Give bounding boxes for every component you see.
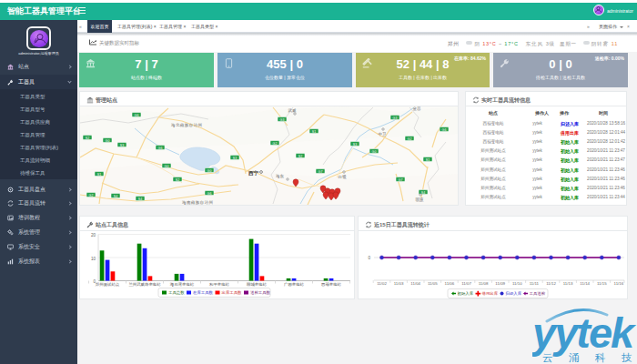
svg-text:11/07: 11/07	[461, 281, 471, 286]
svg-text:S1: S1	[97, 173, 101, 177]
svg-text:云涌科技: 云涌科技	[542, 352, 637, 363]
svg-text:0: 0	[368, 256, 370, 260]
svg-text:G6: G6	[135, 114, 139, 117]
svg-text:工具总数: 工具总数	[168, 290, 185, 295]
svg-text:G0: G0	[207, 169, 212, 173]
svg-text:海石湾变电站: 海石湾变电站	[170, 282, 195, 288]
svg-text:借用出库: 借用出库	[482, 291, 499, 296]
svg-text:工具送检: 工具送检	[530, 291, 546, 296]
svg-text:S3: S3	[353, 143, 357, 147]
svg-text:G0: G0	[165, 165, 169, 168]
svg-text:S4: S4	[421, 191, 425, 195]
svg-text:西福变电站: 西福变电站	[321, 282, 342, 287]
svg-text:G0: G0	[106, 139, 110, 143]
svg-text:G2: G2	[273, 142, 278, 146]
svg-text:G3: G3	[393, 116, 398, 120]
svg-text:郑州测试站点: 郑州测试站点	[96, 282, 120, 287]
svg-text:S1: S1	[426, 158, 430, 162]
svg-text:白银: 白银	[339, 174, 348, 179]
svg-text:S4: S4	[138, 197, 142, 201]
svg-text:11/08: 11/08	[479, 281, 489, 286]
svg-text:11/10: 11/10	[512, 281, 522, 286]
svg-text:11/11: 11/11	[530, 281, 540, 286]
svg-text:11/04: 11/04	[410, 281, 420, 286]
svg-text:10: 10	[91, 257, 96, 261]
svg-text:出库工具数: 出库工具数	[222, 290, 243, 295]
svg-text:11/02: 11/02	[377, 281, 387, 286]
svg-text:和平变电站: 和平变电站	[209, 282, 230, 287]
svg-text:西宁: 西宁	[248, 170, 259, 177]
svg-text:金昌: 金昌	[413, 106, 421, 111]
svg-text:G0: G0	[372, 150, 377, 154]
svg-text:G6: G6	[207, 192, 212, 196]
svg-text:G7: G7	[399, 178, 403, 182]
svg-text:S2: S2	[298, 155, 302, 158]
svg-text:海南藏族自治州: 海南藏族自治州	[182, 200, 213, 205]
svg-text:S2: S2	[176, 178, 179, 182]
svg-text:yytek: yytek	[532, 308, 637, 357]
svg-text:聊城变电站: 聊城变电站	[247, 282, 268, 287]
svg-text:S3: S3	[233, 157, 237, 160]
svg-text:兰州武威路变电站: 兰州武威路变电站	[128, 282, 161, 287]
svg-text:11/13: 11/13	[563, 281, 573, 286]
svg-text:固原: 固原	[416, 197, 425, 202]
svg-text:武威: 武威	[288, 108, 298, 113]
svg-text:11/14: 11/14	[580, 281, 590, 286]
svg-text:11/06: 11/06	[445, 281, 455, 286]
svg-text:初始入库: 初始入库	[458, 291, 474, 296]
svg-text:送检工具数: 送检工具数	[250, 290, 271, 295]
svg-text:海北藏族自治州: 海北藏族自治州	[171, 123, 202, 127]
svg-text:11/03: 11/03	[394, 281, 404, 286]
svg-text:在库工具数: 在库工具数	[193, 290, 214, 295]
svg-text:G6: G6	[158, 147, 163, 150]
svg-text:S1: S1	[312, 130, 316, 134]
svg-text:11/12: 11/12	[546, 281, 556, 286]
svg-text:G3: G3	[280, 118, 285, 122]
svg-text:11/09: 11/09	[495, 281, 505, 286]
svg-text:归还入库: 归还入库	[506, 291, 522, 296]
svg-text:G2: G2	[89, 194, 94, 197]
svg-text:G6: G6	[442, 128, 447, 132]
svg-text:G7: G7	[318, 170, 323, 174]
svg-text:S2: S2	[86, 136, 89, 140]
svg-text:11/16: 11/16	[614, 281, 624, 286]
svg-text:G2: G2	[408, 137, 412, 141]
svg-text:中卫: 中卫	[379, 131, 388, 136]
svg-text:20: 20	[91, 233, 96, 238]
svg-text:海东: 海东	[276, 174, 285, 178]
svg-text:11/15: 11/15	[597, 281, 607, 286]
svg-text:广园变电站: 广园变电站	[284, 282, 305, 287]
svg-text:S3: S3	[120, 144, 124, 147]
svg-text:11/05: 11/05	[428, 281, 438, 286]
svg-text:S4: S4	[114, 195, 117, 198]
